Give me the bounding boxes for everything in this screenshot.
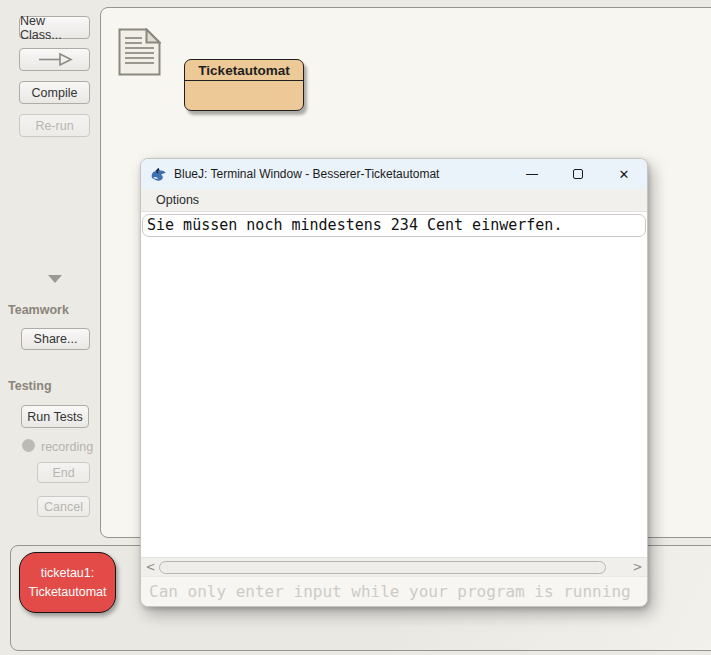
run-tests-button[interactable]: Run Tests bbox=[21, 405, 89, 428]
rerun-button: Re-run bbox=[19, 114, 90, 137]
class-name-label: Ticketautomat bbox=[185, 60, 303, 81]
options-menu[interactable]: Options bbox=[156, 193, 199, 207]
teamwork-section-label: Teamwork bbox=[8, 303, 69, 317]
scroll-left-icon[interactable]: < bbox=[144, 558, 157, 577]
object-type-label: Ticketautomat bbox=[28, 583, 106, 601]
terminal-titlebar[interactable]: BlueJ: Terminal Window - Besserer-Ticket… bbox=[141, 159, 647, 189]
compile-button[interactable]: Compile bbox=[19, 81, 90, 104]
scrollbar-thumb[interactable] bbox=[159, 561, 606, 574]
bluej-app-icon bbox=[150, 167, 167, 182]
object-instance-ticketau1[interactable]: ticketau1: Ticketautomat bbox=[19, 552, 116, 613]
cancel-button: Cancel bbox=[37, 496, 90, 517]
terminal-menubar: Options bbox=[141, 189, 647, 212]
progress-triangle-icon bbox=[48, 275, 62, 283]
recording-indicator-icon bbox=[22, 439, 35, 452]
maximize-button[interactable] bbox=[555, 159, 601, 189]
recording-label: recording bbox=[41, 440, 93, 454]
terminal-title: BlueJ: Terminal Window - Besserer-Ticket… bbox=[174, 167, 439, 181]
object-name-label: ticketau1: bbox=[41, 564, 95, 582]
terminal-input[interactable]: Can only enter input while your program … bbox=[141, 576, 647, 606]
testing-section-label: Testing bbox=[8, 379, 52, 393]
terminal-output-area[interactable]: Sie müssen noch mindestens 234 Cent einw… bbox=[141, 212, 647, 557]
new-class-button[interactable]: New Class... bbox=[19, 16, 90, 39]
share-button[interactable]: Share... bbox=[21, 328, 90, 350]
class-ticketautomat[interactable]: Ticketautomat bbox=[184, 59, 304, 111]
maximize-icon bbox=[573, 169, 583, 179]
minimize-button[interactable]: — bbox=[509, 159, 555, 189]
horizontal-scrollbar[interactable]: < > bbox=[141, 557, 647, 576]
readme-document-icon[interactable] bbox=[118, 28, 161, 76]
end-button: End bbox=[37, 462, 90, 483]
close-button[interactable]: ✕ bbox=[601, 159, 647, 189]
scroll-right-icon[interactable]: > bbox=[631, 558, 644, 577]
terminal-window: BlueJ: Terminal Window - Besserer-Ticket… bbox=[140, 158, 648, 607]
inherit-arrow-icon bbox=[37, 52, 73, 67]
inherit-arrow-button[interactable] bbox=[19, 48, 90, 71]
terminal-output-line: Sie müssen noch mindestens 234 Cent einw… bbox=[142, 214, 646, 237]
